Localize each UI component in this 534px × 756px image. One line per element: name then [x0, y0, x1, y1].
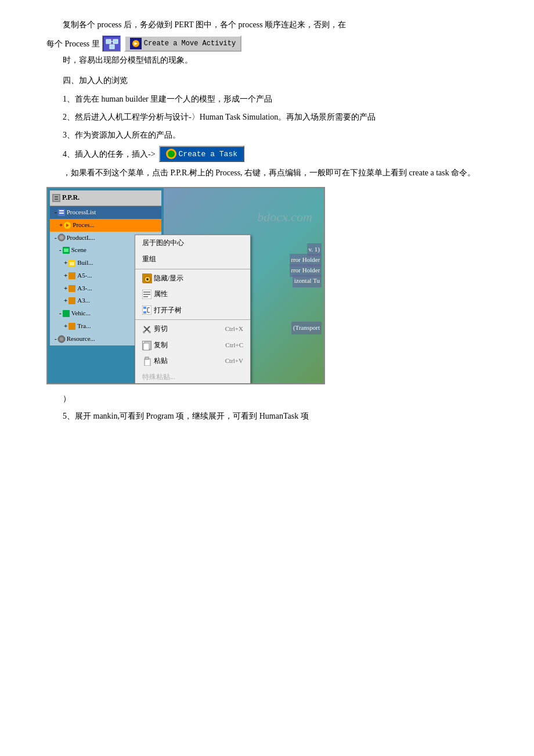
- scene-icon: [62, 246, 70, 254]
- cut-icon: [142, 325, 151, 334]
- create-move-activity-button[interactable]: Create a Move Activity: [124, 35, 241, 52]
- svg-rect-1: [113, 39, 118, 44]
- ctx-separator-2: [135, 319, 250, 320]
- task-icon: [166, 149, 176, 159]
- cut-shortcut: Ctrl+X: [225, 323, 243, 335]
- hide-show-icon: [142, 273, 151, 283]
- svg-rect-47: [143, 343, 149, 350]
- a3-2-icon: [68, 297, 76, 305]
- tree-item-process[interactable]: + Proces...: [50, 219, 161, 232]
- svg-rect-0: [106, 39, 111, 44]
- step-3: 3、作为资源加入人所在的产品。: [46, 128, 499, 142]
- ctx-copy-item[interactable]: 复制 Ctrl+C: [135, 337, 250, 354]
- svg-rect-25: [63, 310, 70, 317]
- screenshot-image: P.P.R. - ProcessList + Proces... - Produ…: [46, 187, 325, 384]
- a5-icon: [68, 272, 76, 280]
- step-1: 1、首先在 human builder 里建一个人的模型，形成一个产品: [46, 92, 499, 106]
- watermark: bdocx.com: [257, 206, 312, 229]
- svg-point-28: [60, 337, 63, 341]
- ctx-open-subtree-item[interactable]: 打开子树: [135, 303, 250, 319]
- step-2: 2、然后进入人机工程学分析与设计-〉Human Task Simulation。…: [46, 110, 499, 124]
- create-task-button[interactable]: Create a Task: [159, 146, 244, 162]
- svg-rect-38: [143, 311, 146, 314]
- step-5: 5、展开 mankin,可看到 Program 项，继续展开，可看到 Human…: [46, 409, 499, 423]
- svg-rect-21: [70, 262, 74, 265]
- svg-rect-49: [145, 357, 149, 359]
- a3-1-icon: [68, 285, 76, 293]
- ppr-header: P.P.R.: [50, 190, 161, 206]
- paste-shortcut: Ctrl+V: [225, 355, 243, 367]
- svg-rect-26: [68, 323, 75, 330]
- svg-rect-48: [145, 359, 150, 366]
- ctx-hide-show-item[interactable]: 隐藏/显示: [135, 271, 250, 287]
- ctx-center-item[interactable]: 居于图的中心: [135, 235, 250, 251]
- paragraph-1: 复制各个 process 后，务必做到 PERT 图中，各个 process 顺…: [46, 17, 499, 32]
- paragraph-2: 时，容易出现部分模型错乱的现象。: [46, 53, 499, 67]
- para-after-step4: ，如果看不到这个菜单，点击 P.P.R.树上的 Process, 右键，再点编辑…: [46, 165, 499, 180]
- svg-rect-8: [53, 195, 59, 201]
- open-subtree-icon: [142, 305, 151, 315]
- right-text-4: izontal Tu: [293, 275, 322, 287]
- resource-icon: [57, 335, 66, 343]
- ctx-special-paste-item: 特殊粘贴...: [135, 369, 250, 384]
- process-icon: [63, 221, 71, 229]
- svg-point-17: [60, 236, 63, 239]
- ctx-paste-item[interactable]: 粘贴 Ctrl+V: [135, 353, 250, 369]
- context-menu: 居于图的中心 重组 隐藏/显示 属性 打开子树 剪切 Ct: [135, 235, 251, 384]
- svg-rect-23: [68, 285, 75, 292]
- buil-icon: [68, 259, 76, 267]
- right-text-5: (Transport: [291, 322, 322, 334]
- svg-rect-10: [55, 199, 58, 200]
- processlist-icon: [57, 208, 66, 217]
- ctx-properties-item[interactable]: 属性: [135, 286, 250, 303]
- copy-icon: [142, 341, 151, 350]
- ctx-separator-1: [135, 269, 250, 269]
- vehic-icon: [62, 309, 70, 318]
- create-move-row: 每个 Process 里 Create a Move Activity: [46, 35, 499, 52]
- section-4-title: 四、加入人的浏览: [46, 73, 499, 88]
- tra-icon: [68, 322, 76, 330]
- svg-point-45: [149, 331, 151, 333]
- pert-icon: [102, 35, 121, 52]
- paste-icon: [142, 357, 151, 366]
- product-icon: [57, 233, 66, 242]
- svg-rect-3: [110, 45, 114, 49]
- svg-point-44: [143, 331, 145, 333]
- ctx-reorganize-item[interactable]: 重组: [135, 251, 250, 268]
- svg-rect-19: [64, 249, 68, 252]
- move-activity-icon: [130, 38, 142, 49]
- svg-rect-12: [59, 210, 64, 211]
- step-4-row: 4、插入人的任务，插入-> Create a Task: [46, 146, 499, 162]
- tree-item-processlist[interactable]: - ProcessList: [50, 206, 161, 219]
- svg-rect-34: [143, 294, 150, 295]
- svg-rect-22: [68, 272, 75, 279]
- svg-rect-9: [55, 196, 58, 197]
- svg-rect-13: [59, 213, 64, 214]
- ctx-cut-item[interactable]: 剪切 Ctrl+X: [135, 321, 250, 337]
- copy-shortcut: Ctrl+C: [225, 340, 243, 351]
- svg-rect-35: [143, 296, 148, 297]
- properties-icon: [142, 290, 151, 299]
- svg-rect-33: [143, 291, 150, 293]
- svg-rect-37: [143, 307, 146, 309]
- svg-rect-24: [68, 297, 75, 304]
- svg-point-31: [146, 278, 149, 280]
- paren-close: ）: [46, 391, 499, 406]
